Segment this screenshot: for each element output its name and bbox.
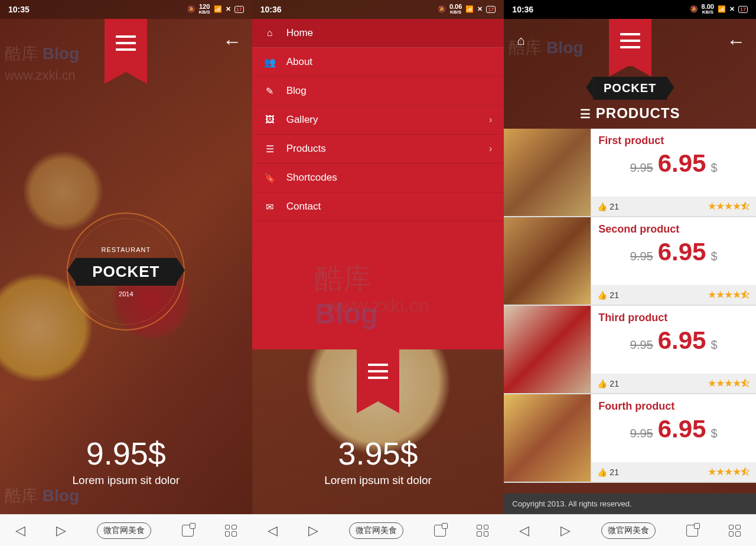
statusbar: 10:36 🔕 0.06KB/S 📶 ✕ 17: [252, 0, 504, 19]
likes[interactable]: 👍21: [597, 379, 619, 388]
hero-text: 3.95$ Lorem ipsum sit dolor: [252, 435, 504, 487]
product-item[interactable]: First product 9.956.95$ 👍21★★★★⯪: [504, 129, 756, 217]
product-list[interactable]: First product 9.956.95$ 👍21★★★★⯪ Second …: [504, 129, 756, 494]
menu-item-products[interactable]: ☰Products›: [252, 135, 504, 164]
product-name: Third product: [591, 306, 756, 326]
section-header: ☰PRODUCTS: [504, 105, 756, 122]
nav-tabs-icon[interactable]: [182, 525, 194, 537]
status-icons: 🔕 0.06KB/S 📶 ✕ 17: [438, 4, 496, 14]
star-rating: ★★★★⯪: [708, 289, 750, 301]
nav-apps-icon[interactable]: [225, 525, 237, 537]
product-image: [504, 306, 591, 393]
menu-item-about[interactable]: 👥About: [252, 48, 504, 77]
statusbar: 10:35 🔕 120KB/S 📶 ✕ 17: [0, 0, 252, 19]
menu-item-gallery[interactable]: 🖼Gallery›: [252, 106, 504, 135]
nav-forward-icon[interactable]: ▷: [308, 523, 318, 538]
back-icon[interactable]: ←: [223, 31, 242, 53]
likes[interactable]: 👍21: [597, 290, 619, 300]
likes[interactable]: 👍21: [597, 202, 619, 211]
thumbs-up-icon: 👍: [597, 379, 607, 388]
screen-menu: 10:36 🔕 0.06KB/S 📶 ✕ 17 ⌂Home 👥About ✎Bl…: [252, 0, 504, 546]
nav-tabs-icon[interactable]: [686, 525, 698, 537]
brand-tag: POCKET: [593, 77, 667, 100]
wifi-icon: 📶: [718, 5, 726, 13]
screen-products: 10:36 🔕 8.00KB/S 📶 ✕ 17 酷库 Blog ⌂ ← POCK…: [504, 0, 756, 546]
hamburger-ribbon[interactable]: [357, 348, 399, 401]
status-icons: 🔕 120KB/S 📶 ✕ 17: [187, 4, 244, 14]
product-name: First product: [591, 129, 756, 149]
mute-icon: 🔕: [187, 5, 195, 13]
list-icon: ☰: [580, 107, 591, 120]
battery-icon: 17: [486, 6, 496, 13]
product-image: [504, 217, 591, 305]
status-icons: 🔕 8.00KB/S 📶 ✕ 17: [690, 4, 748, 14]
thumbs-up-icon: 👍: [597, 202, 607, 211]
nav-apps-icon[interactable]: [729, 525, 741, 537]
close-icon: ✕: [477, 5, 483, 13]
hero-text: 9.95$ Lorem ipsum sit dolor: [0, 435, 252, 487]
star-rating: ★★★★⯪: [708, 377, 750, 390]
menu-item-shortcodes[interactable]: 🔖Shortcodes: [252, 164, 504, 192]
nav-forward-icon[interactable]: ▷: [56, 523, 66, 538]
star-rating: ★★★★⯪: [708, 466, 750, 478]
wifi-icon: 📶: [214, 5, 222, 13]
nav-apps-icon[interactable]: [477, 525, 488, 537]
nav-title-pill[interactable]: 微官网美食: [601, 522, 656, 539]
mail-icon: ✉: [264, 201, 276, 212]
watermark-url: www.zxki.cn: [5, 68, 76, 83]
thumbs-up-icon: 👍: [597, 467, 607, 477]
image-icon: 🖼: [264, 115, 276, 125]
mute-icon: 🔕: [438, 5, 446, 13]
nav-forward-icon[interactable]: ▷: [561, 523, 571, 538]
nav-title-pill[interactable]: 微官网美食: [97, 522, 151, 539]
close-icon: ✕: [226, 5, 231, 13]
hamburger-ribbon[interactable]: [609, 19, 651, 66]
nav-tabs-icon[interactable]: [434, 525, 446, 537]
bottom-nav: ◁ ▷ 微官网美食: [504, 514, 756, 546]
hamburger-ribbon[interactable]: [105, 19, 147, 72]
status-time: 10:36: [260, 5, 282, 14]
screen-home: 10:35 🔕 120KB/S 📶 ✕ 17 酷库 Blog www.zxki.…: [0, 0, 252, 546]
home-icon[interactable]: ⌂: [517, 33, 524, 48]
brand-badge: RESTAURANT POCKET 2014: [67, 212, 185, 331]
thumbs-up-icon: 👍: [597, 290, 607, 300]
nav-back-icon[interactable]: ◁: [15, 523, 25, 538]
nav-menu: ⌂Home 👥About ✎Blog 🖼Gallery› ☰Products› …: [252, 19, 504, 349]
users-icon: 👥: [264, 57, 276, 68]
product-item[interactable]: Third product 9.956.95$ 👍21★★★★⯪: [504, 306, 756, 394]
menu-item-blog[interactable]: ✎Blog: [252, 77, 504, 106]
product-item[interactable]: Fourth product 9.956.95$ 👍21★★★★⯪: [504, 394, 756, 483]
product-item[interactable]: Second product 9.956.95$ 👍21★★★★⯪: [504, 217, 756, 306]
watermark: 酷库 Blog: [5, 42, 79, 65]
statusbar: 10:36 🔕 8.00KB/S 📶 ✕ 17: [504, 0, 756, 19]
watermark: 酷库 Blog: [5, 485, 79, 507]
close-icon: ✕: [729, 5, 735, 13]
home-icon: ⌂: [264, 28, 276, 38]
likes[interactable]: 👍21: [597, 467, 619, 477]
product-image: [504, 129, 591, 216]
mute-icon: 🔕: [690, 5, 698, 13]
edit-icon: ✎: [264, 86, 276, 97]
nav-back-icon[interactable]: ◁: [268, 523, 278, 538]
chevron-right-icon: ›: [489, 115, 492, 125]
menu-item-contact[interactable]: ✉Contact: [252, 192, 504, 221]
nav-back-icon[interactable]: ◁: [519, 523, 529, 538]
status-time: 10:36: [512, 5, 533, 14]
list-icon: ☰: [264, 143, 276, 155]
product-name: Second product: [591, 217, 756, 238]
product-name: Fourth product: [591, 394, 756, 415]
back-icon[interactable]: ←: [726, 31, 745, 53]
tags-icon: 🔖: [264, 172, 276, 184]
hero-subtitle: Lorem ipsum sit dolor: [0, 474, 252, 487]
menu-item-home[interactable]: ⌂Home: [252, 19, 504, 48]
hero-price: 3.95$: [252, 435, 504, 472]
nav-title-pill[interactable]: 微官网美食: [349, 522, 403, 539]
product-image: [504, 394, 591, 482]
hero-price: 9.95$: [0, 435, 252, 472]
battery-icon: 17: [738, 6, 748, 13]
bottom-nav: ◁ ▷ 微官网美食: [252, 514, 504, 546]
wifi-icon: 📶: [465, 5, 474, 13]
bottom-nav: ◁ ▷ 微官网美食: [0, 514, 252, 546]
star-rating: ★★★★⯪: [708, 200, 750, 212]
status-time: 10:35: [8, 5, 30, 14]
